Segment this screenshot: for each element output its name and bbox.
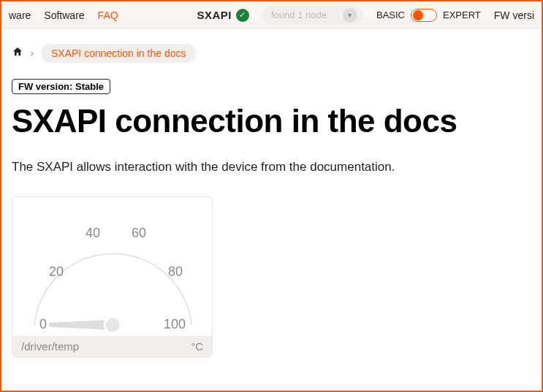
- home-icon[interactable]: [12, 46, 23, 61]
- nav-link-faq[interactable]: FAQ: [98, 9, 118, 21]
- fw-version-badge: FW version: Stable: [12, 79, 110, 94]
- gauge-tick-20: 20: [49, 264, 64, 279]
- top-bar: ware Software FAQ SXAPI ✓ ▾ BASIC EXPERT…: [1, 1, 542, 29]
- mode-expert-label: EXPERT: [443, 9, 481, 20]
- node-search[interactable]: ▾: [262, 6, 363, 25]
- nav-link-software[interactable]: Software: [44, 9, 84, 21]
- gauge-tick-0: 0: [39, 317, 47, 331]
- nav-link-fw[interactable]: FW versi: [494, 9, 534, 21]
- gauge-tick-80: 80: [168, 264, 183, 279]
- brand-label: SXAPI: [197, 9, 232, 21]
- gauge-tick-100: 100: [164, 317, 186, 331]
- page-content: › SXAPI connection in the docs FW versio…: [1, 29, 542, 372]
- chevron-down-icon[interactable]: ▾: [343, 8, 357, 23]
- page-title: SXAPI connection in the docs: [12, 103, 531, 139]
- search-input[interactable]: [271, 9, 337, 20]
- page-description: The SXAPI allows interaction with the de…: [12, 160, 531, 174]
- breadcrumb-current[interactable]: SXAPI connection in the docs: [41, 44, 196, 63]
- gauge-needle: [49, 320, 113, 330]
- gauge-tick-40: 40: [86, 226, 100, 240]
- breadcrumb: › SXAPI connection in the docs: [12, 44, 531, 63]
- gauge-hub: [105, 317, 121, 333]
- mode-basic-label: BASIC: [376, 9, 405, 20]
- check-icon: ✓: [236, 9, 249, 22]
- brand-wrap: SXAPI ✓: [197, 9, 249, 22]
- mode-toggle[interactable]: [411, 9, 437, 22]
- gauge-widget: 0 20 40 60 80 100 /driver/temp °C: [12, 196, 213, 358]
- gauge-footer: /driver/temp °C: [12, 336, 212, 357]
- mode-toggle-wrap: BASIC EXPERT: [376, 9, 481, 22]
- nav-link-ware[interactable]: ware: [9, 9, 31, 21]
- gauge-tick-60: 60: [132, 226, 146, 240]
- breadcrumb-separator: ›: [31, 48, 34, 58]
- gauge-svg: 0 20 40 60 80 100: [12, 197, 213, 336]
- gauge-unit-label: °C: [191, 340, 203, 353]
- gauge-path-label: /driver/temp: [21, 340, 79, 353]
